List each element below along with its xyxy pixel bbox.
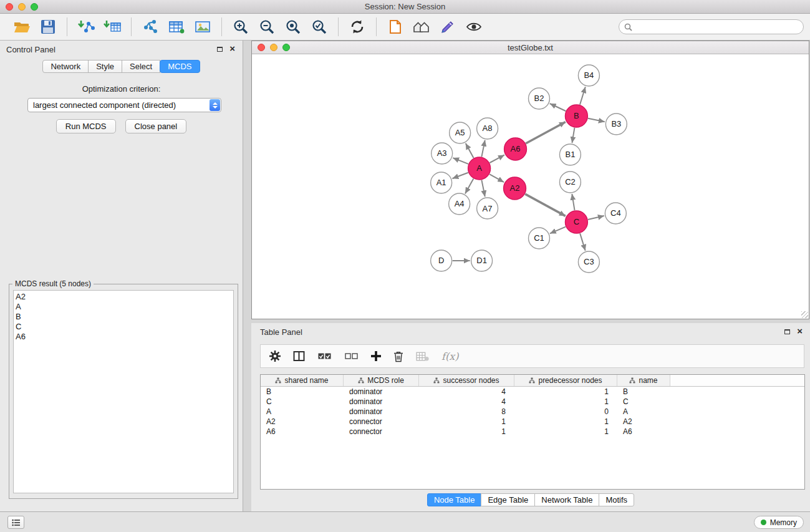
graph-edge-A2-C[interactable] <box>525 194 566 216</box>
tab-mcds[interactable]: MCDS <box>160 60 200 73</box>
graph-node-A1[interactable]: A1 <box>431 172 452 193</box>
graph-node-A7[interactable]: A7 <box>477 198 498 219</box>
tab-node-table[interactable]: Node Table <box>427 493 482 506</box>
open-document-icon[interactable] <box>385 16 406 37</box>
deselect-all-button[interactable] <box>344 352 359 360</box>
table-cell[interactable]: C <box>261 397 344 407</box>
style-brush-icon[interactable] <box>437 16 458 37</box>
graph-edge-C-C2[interactable] <box>572 194 574 210</box>
close-panel-icon[interactable]: × <box>229 43 235 54</box>
graph-node-B2[interactable]: B2 <box>529 88 550 109</box>
network-window-titlebar[interactable]: testGlobe.txt <box>252 41 809 54</box>
mcds-result-item[interactable]: A <box>14 302 233 312</box>
network-canvas[interactable]: B4B2BB3A8A5A6A3B1AC2A1A2A4A7C4CC1C3DD1 <box>252 54 809 319</box>
graph-edge-B-B1[interactable] <box>572 128 574 143</box>
search-input[interactable] <box>635 22 803 32</box>
mcds-result-item[interactable]: B <box>14 312 233 322</box>
column-header-MCDS-role[interactable]: MCDS role <box>344 375 419 386</box>
graph-svg[interactable]: B4B2BB3A8A5A6A3B1AC2A1A2A4A7C4CC1C3DD1 <box>252 54 809 319</box>
float-panel-icon[interactable] <box>217 47 223 52</box>
resize-grip[interactable] <box>801 311 808 318</box>
zoom-fit-icon[interactable] <box>282 16 304 37</box>
graph-node-C2[interactable]: C2 <box>559 172 581 193</box>
graph-node-C1[interactable]: C1 <box>529 228 550 249</box>
table-row[interactable]: Bdominator41B <box>261 387 804 397</box>
table-row[interactable]: Adominator80A <box>261 407 804 417</box>
table-cell[interactable]: connector <box>344 427 419 437</box>
graph-edge-A-A2[interactable] <box>489 174 504 182</box>
delete-table-button[interactable] <box>416 352 429 361</box>
graph-edge-A-A6[interactable] <box>489 155 504 163</box>
graph-node-A6[interactable]: A6 <box>504 138 527 160</box>
graph-node-D1[interactable]: D1 <box>471 250 493 271</box>
table-cell[interactable]: 0 <box>514 407 617 417</box>
graph-edge-A6-B[interactable] <box>526 122 566 144</box>
column-header-successor-nodes[interactable]: successor nodes <box>419 375 514 386</box>
graph-edge-C-C1[interactable] <box>550 227 566 234</box>
table-cell[interactable]: dominator <box>344 407 419 417</box>
graph-node-A[interactable]: A <box>468 157 491 180</box>
search-box[interactable] <box>619 19 804 34</box>
table-cell[interactable]: 4 <box>419 387 514 397</box>
add-column-button[interactable] <box>371 351 381 361</box>
table-cell[interactable]: 1 <box>514 427 617 437</box>
graph-edge-B-B2[interactable] <box>550 104 566 111</box>
tab-style[interactable]: Style <box>88 60 122 73</box>
window-titlebar[interactable]: Session: New Session <box>0 0 810 14</box>
table-cell[interactable]: A6 <box>617 427 670 437</box>
graph-node-C[interactable]: C <box>565 211 587 233</box>
table-close-panel-icon[interactable]: × <box>797 326 803 336</box>
table-cell[interactable]: dominator <box>344 397 419 407</box>
graph-node-A5[interactable]: A5 <box>450 122 471 143</box>
zoom-out-icon[interactable] <box>256 16 277 37</box>
graph-edge-C-C3[interactable] <box>580 233 586 251</box>
memory-indicator[interactable]: Memory <box>754 516 804 529</box>
open-session-icon[interactable] <box>11 16 32 37</box>
graph-edge-A-A3[interactable] <box>453 158 468 164</box>
run-mcds-button[interactable]: Run MCDS <box>56 119 116 133</box>
graph-node-B1[interactable]: B1 <box>559 144 581 165</box>
table-cell[interactable]: 1 <box>514 417 617 427</box>
new-table-icon[interactable] <box>166 16 187 37</box>
table-cell[interactable]: C <box>617 397 670 407</box>
column-header-predecessor-nodes[interactable]: predecessor nodes <box>514 375 617 386</box>
table-cell[interactable]: B <box>617 387 670 397</box>
table-float-panel-icon[interactable] <box>784 329 790 334</box>
graph-node-C4[interactable]: C4 <box>605 203 626 224</box>
table-cell[interactable]: 1 <box>514 397 617 407</box>
graph-node-B3[interactable]: B3 <box>605 114 627 135</box>
table-cell[interactable]: 1 <box>419 427 514 437</box>
table-row[interactable]: A2connector11A2 <box>261 417 804 427</box>
table-row[interactable]: Cdominator41C <box>261 397 804 407</box>
table-cell[interactable]: 1 <box>514 387 617 397</box>
graph-node-B4[interactable]: B4 <box>578 65 599 86</box>
graph-node-D[interactable]: D <box>431 250 452 271</box>
table-cell[interactable]: A2 <box>617 417 670 427</box>
table-cell[interactable]: dominator <box>344 387 419 397</box>
optimization-criterion-select[interactable]: largest connected component (directed) <box>27 98 221 112</box>
tab-network-table[interactable]: Network Table <box>534 493 599 506</box>
save-session-icon[interactable] <box>37 16 59 37</box>
table-settings-button[interactable] <box>269 351 281 362</box>
column-header-shared-name[interactable]: shared name <box>261 375 344 386</box>
delete-column-button[interactable] <box>393 351 403 362</box>
graph-node-A4[interactable]: A4 <box>449 193 470 215</box>
table-cell[interactable]: A <box>617 407 670 417</box>
import-network-icon[interactable] <box>75 16 97 37</box>
graph-edge-B-B3[interactable] <box>588 118 605 122</box>
tab-edge-table[interactable]: Edge Table <box>481 493 535 506</box>
zoom-selected-icon[interactable] <box>309 16 330 37</box>
graph-edge-C-C4[interactable] <box>588 216 604 220</box>
tab-select[interactable]: Select <box>122 60 160 73</box>
mcds-result-item[interactable]: A2 <box>14 292 233 302</box>
graph-edge-A-A7[interactable] <box>481 180 485 197</box>
show-panels-button[interactable] <box>7 516 24 529</box>
graph-node-C3[interactable]: C3 <box>578 251 599 273</box>
export-image-icon[interactable] <box>192 16 213 37</box>
table-cell[interactable]: A2 <box>261 417 344 427</box>
zoom-in-icon[interactable] <box>230 16 251 37</box>
close-panel-button[interactable]: Close panel <box>125 119 187 133</box>
graph-node-A3[interactable]: A3 <box>432 143 453 164</box>
function-builder-button[interactable]: f(x) <box>441 351 458 362</box>
graph-node-A8[interactable]: A8 <box>477 118 498 139</box>
